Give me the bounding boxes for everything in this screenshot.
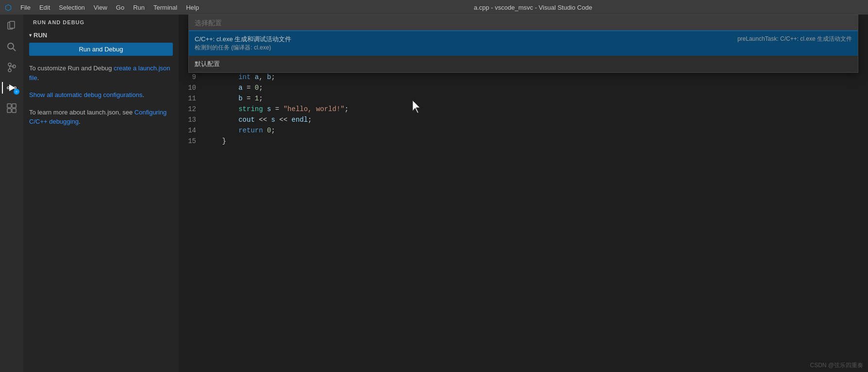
menu-view[interactable]: View [90,3,111,12]
svg-line-3 [13,49,16,51]
config-option-1[interactable]: 默认配置 [189,56,858,72]
svg-rect-14 [12,104,16,108]
editor-area: preLaunchTask: C/C++: cl.exe 生成活动文件 C/C+… [179,15,868,372]
code-line-13: cout << s << endl; [206,114,868,125]
svg-rect-15 [7,109,11,113]
menu-go[interactable]: Go [112,3,128,12]
svg-rect-13 [7,104,11,108]
run-section-header[interactable]: ▾ RUN [29,32,173,39]
line-num-13: 13 [179,114,196,125]
config-picker[interactable]: preLaunchTask: C/C++: cl.exe 生成活动文件 C/C+… [188,15,858,73]
vscode-logo-icon: ⬡ [5,3,12,12]
activity-bar: ⟳ [0,15,23,372]
learn-more-text: To learn more about launch.json, see Con… [29,108,173,127]
config-option-0-sub: 检测到的任务 (编译器: cl.exe) [195,44,852,52]
menu-terminal[interactable]: Terminal [150,3,181,12]
code-line-14: return 0; [206,125,868,136]
window-title: a.cpp - vscode_msvc - Visual Studio Code [203,4,863,11]
search-activity-icon[interactable] [2,37,21,57]
period2: . [142,91,144,98]
svg-point-4 [8,63,11,66]
sidebar-content: ▾ RUN Run and Debug To customize Run and… [23,28,179,372]
run-section-label: RUN [33,32,47,39]
config-option-0[interactable]: preLaunchTask: C/C++: cl.exe 生成活动文件 C/C+… [189,31,858,56]
customize-text: To customize Run and Debug create a laun… [29,64,173,82]
config-option-0-detail: preLaunchTask: C/C++: cl.exe 生成活动文件 [737,35,852,43]
line-num-10: 10 [179,82,196,93]
line-num-14: 14 [179,125,196,136]
menu-file[interactable]: File [17,3,34,12]
main-layout: ⟳ RUN AND DEBUG ▾ RUN Run and Debug To c… [0,15,868,372]
explorer-activity-icon[interactable] [2,17,21,36]
svg-rect-1 [10,21,15,28]
line-num-9: 9 [179,72,196,82]
sidebar-header: RUN AND DEBUG [23,15,179,28]
code-line-9: int a, b; [206,72,868,82]
menu-selection[interactable]: Selection [55,3,88,12]
line-num-11: 11 [179,93,196,104]
run-section-chevron-icon: ▾ [29,32,32,38]
line-num-15: 15 [179,136,196,146]
watermark: CSDN @弦乐四重奏 [810,361,863,370]
svg-point-5 [8,69,11,72]
learn-more-label: To learn more about launch.json, see [29,109,134,116]
menu-bar: File Edit Selection View Go Run Terminal… [17,3,203,12]
sidebar: RUN AND DEBUG ▾ RUN Run and Debug To cus… [23,15,179,372]
period-after-link: . [37,74,39,81]
line-num-12: 12 [179,104,196,114]
code-line-12: string s = "hello, world!"; [206,104,868,114]
debug-badge: ⟳ [14,89,19,95]
extensions-activity-icon[interactable] [2,98,21,118]
menu-help[interactable]: Help [182,3,203,12]
config-option-1-title: 默认配置 [195,60,852,68]
config-search-input[interactable] [189,15,858,31]
code-line-15: } [206,136,868,146]
period3: . [79,118,81,125]
show-auto-debug-link[interactable]: Show all automatic debug configurations [29,91,142,98]
svg-rect-16 [12,109,16,113]
source-control-activity-icon[interactable] [2,58,21,77]
svg-rect-9 [7,87,9,89]
menu-run[interactable]: Run [129,3,149,12]
run-and-debug-button[interactable]: Run and Debug [29,43,173,56]
code-line-10: a = 0; [206,82,868,93]
menu-edit[interactable]: Edit [35,3,54,12]
customize-text-label: To customize Run and Debug [29,65,114,72]
svg-point-2 [8,43,14,49]
code-line-11: b = 1; [206,93,868,104]
title-bar: ⬡ File Edit Selection View Go Run Termin… [0,0,868,15]
run-debug-activity-icon[interactable]: ⟳ [2,78,21,97]
show-auto-debug-text: Show all automatic debug configurations. [29,90,173,100]
